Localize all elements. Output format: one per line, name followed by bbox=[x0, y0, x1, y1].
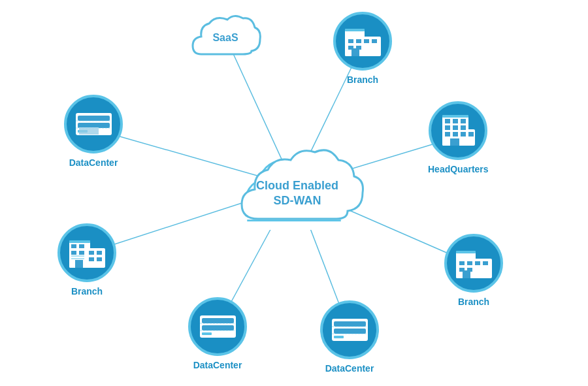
branch-top-icon bbox=[342, 24, 384, 59]
datacenter-bm-circle bbox=[188, 297, 247, 356]
svg-rect-17 bbox=[348, 39, 353, 43]
branch-left-circle bbox=[57, 223, 116, 282]
svg-rect-31 bbox=[453, 125, 458, 130]
svg-rect-68 bbox=[97, 251, 102, 255]
svg-rect-76 bbox=[78, 116, 110, 121]
svg-rect-34 bbox=[453, 132, 458, 137]
svg-rect-71 bbox=[75, 260, 83, 268]
branch-top-circle bbox=[333, 12, 392, 71]
datacenter-left-label: DataCenter bbox=[69, 157, 118, 168]
svg-rect-32 bbox=[461, 125, 466, 130]
svg-rect-24 bbox=[345, 29, 365, 31]
svg-rect-50 bbox=[334, 321, 366, 327]
datacenter-br-icon bbox=[329, 314, 371, 346]
svg-rect-57 bbox=[202, 325, 234, 330]
svg-rect-29 bbox=[461, 119, 466, 123]
branch-left-icon bbox=[66, 235, 108, 271]
svg-rect-72 bbox=[69, 240, 90, 243]
branch-top-label: Branch bbox=[347, 74, 378, 85]
diagram-container: Cloud Enabled SD-WAN SaaS bbox=[0, 0, 588, 386]
svg-rect-48 bbox=[456, 251, 476, 253]
svg-rect-20 bbox=[372, 39, 377, 43]
branch-left-label: Branch bbox=[71, 286, 103, 297]
svg-rect-44 bbox=[483, 261, 488, 265]
cloud-path-svg: Cloud Enabled SD-WAN bbox=[222, 134, 372, 238]
svg-rect-66 bbox=[79, 251, 84, 255]
branch-right-node: Branch bbox=[444, 234, 503, 307]
headquarters-label: HeadQuarters bbox=[428, 164, 489, 174]
headquarters-node: HeadQuarters bbox=[428, 101, 489, 174]
headquarters-circle bbox=[429, 101, 487, 160]
svg-rect-64 bbox=[79, 244, 84, 248]
datacenter-bottom-right-node: DataCenter bbox=[320, 300, 379, 374]
svg-rect-51 bbox=[334, 329, 366, 334]
branch-right-icon bbox=[453, 246, 495, 281]
datacenter-bottom-mid-node: DataCenter bbox=[188, 297, 247, 370]
center-line2: SD-WAN bbox=[274, 194, 321, 207]
branch-top-node: Branch bbox=[333, 12, 392, 85]
branch-right-circle bbox=[444, 234, 503, 293]
datacenter-br-label: DataCenter bbox=[325, 363, 374, 374]
svg-rect-28 bbox=[453, 119, 458, 123]
hq-icon bbox=[437, 111, 480, 150]
datacenter-bm-icon bbox=[197, 310, 239, 343]
datacenter-bm-label: DataCenter bbox=[193, 360, 242, 370]
center-cloud: Cloud Enabled SD-WAN bbox=[222, 134, 366, 238]
datacenter-left-circle bbox=[64, 95, 123, 153]
svg-rect-42 bbox=[467, 261, 472, 265]
datacenter-br-circle bbox=[320, 300, 379, 359]
saas-cloud-icon: SaaS bbox=[189, 12, 261, 61]
svg-rect-41 bbox=[459, 261, 465, 265]
svg-rect-52 bbox=[334, 336, 344, 338]
svg-rect-30 bbox=[445, 125, 450, 130]
branch-left-node: Branch bbox=[57, 223, 116, 297]
svg-rect-65 bbox=[71, 251, 76, 255]
svg-rect-56 bbox=[202, 318, 234, 323]
datacenter-left-node: DataCenter bbox=[64, 95, 123, 168]
datacenter-left-icon bbox=[73, 108, 115, 140]
svg-rect-69 bbox=[89, 257, 94, 261]
svg-rect-37 bbox=[450, 138, 459, 146]
svg-rect-36 bbox=[468, 132, 474, 137]
svg-rect-70 bbox=[97, 257, 102, 261]
saas-label-svg: SaaS bbox=[212, 32, 238, 43]
svg-rect-47 bbox=[463, 270, 470, 278]
svg-rect-18 bbox=[356, 39, 361, 43]
svg-rect-19 bbox=[364, 39, 369, 43]
svg-rect-35 bbox=[461, 132, 466, 137]
svg-rect-58 bbox=[202, 332, 212, 335]
svg-rect-27 bbox=[445, 119, 450, 123]
svg-rect-23 bbox=[351, 48, 359, 56]
svg-rect-38 bbox=[442, 115, 468, 118]
svg-rect-33 bbox=[445, 132, 450, 137]
saas-node: SaaS bbox=[189, 12, 261, 61]
center-line1: Cloud Enabled bbox=[256, 179, 338, 192]
svg-rect-63 bbox=[71, 244, 76, 248]
svg-rect-67 bbox=[89, 251, 94, 255]
svg-rect-43 bbox=[475, 261, 480, 265]
branch-right-label: Branch bbox=[458, 297, 489, 307]
svg-rect-77 bbox=[78, 123, 110, 128]
